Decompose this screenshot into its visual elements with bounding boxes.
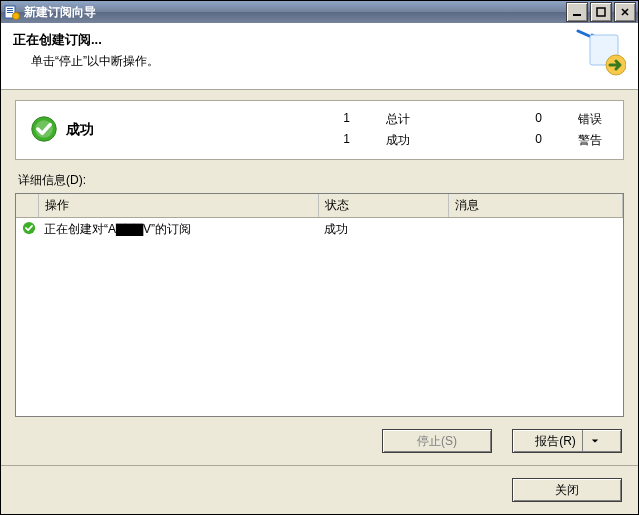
row-success-icon (22, 221, 36, 238)
details-label: 详细信息(D): (18, 172, 624, 189)
warning-label: 警告 (578, 132, 638, 149)
report-button[interactable]: 报告(R) (512, 429, 622, 453)
svg-rect-5 (573, 14, 581, 16)
status-label: 成功 (66, 121, 94, 139)
total-count: 1 (310, 111, 350, 128)
close-button-label: 关闭 (555, 482, 579, 499)
details-table: 操作 状态 消息 (16, 194, 623, 241)
window-controls (566, 2, 636, 22)
page-subtitle: 单击“停止”以中断操作。 (31, 53, 159, 70)
app-icon (4, 4, 20, 20)
row-action: 正在创建对“A▇▇▇V”的订阅 (38, 218, 318, 242)
dialog-button-row: 关闭 (1, 466, 638, 514)
col-action[interactable]: 操作 (38, 194, 318, 218)
close-window-button[interactable] (614, 2, 636, 22)
details-table-wrap: 操作 状态 消息 (15, 193, 624, 417)
window-title: 新建订阅向导 (24, 4, 566, 21)
row-status: 成功 (318, 218, 448, 242)
counts-grid: 1 总计 0 错误 1 成功 0 警告 (310, 111, 638, 149)
col-icon[interactable] (16, 194, 38, 218)
success-count: 1 (310, 132, 350, 149)
svg-rect-6 (597, 8, 605, 16)
maximize-button[interactable] (590, 2, 612, 22)
svg-rect-2 (7, 10, 13, 11)
col-message[interactable]: 消息 (448, 194, 623, 218)
wizard-header: 正在创建订阅... 单击“停止”以中断操作。 (1, 23, 638, 90)
wizard-page-icon (576, 29, 626, 80)
error-count: 0 (482, 111, 542, 128)
row-message (448, 218, 623, 242)
wizard-window: 新建订阅向导 正在创建订阅... 单击“停止”以中断操作。 (0, 0, 639, 515)
svg-point-4 (13, 13, 20, 20)
success-label: 成功 (386, 132, 446, 149)
success-icon (30, 115, 58, 146)
summary-panel: 成功 1 总计 0 错误 1 成功 0 警告 (15, 100, 624, 160)
wizard-button-row: 停止(S) 报告(R) (1, 417, 638, 466)
warning-count: 0 (482, 132, 542, 149)
close-button[interactable]: 关闭 (512, 478, 622, 502)
stop-button[interactable]: 停止(S) (382, 429, 492, 453)
error-label: 错误 (578, 111, 638, 128)
col-status[interactable]: 状态 (318, 194, 448, 218)
total-label: 总计 (386, 111, 446, 128)
stop-button-label: 停止(S) (417, 433, 457, 450)
content-area: 成功 1 总计 0 错误 1 成功 0 警告 详细信息(D): (1, 90, 638, 417)
table-row[interactable]: 正在创建对“A▇▇▇V”的订阅 成功 (16, 218, 623, 242)
report-button-label: 报告(R) (535, 433, 576, 450)
page-title: 正在创建订阅... (13, 31, 159, 49)
titlebar: 新建订阅向导 (1, 1, 638, 23)
minimize-button[interactable] (566, 2, 588, 22)
svg-rect-1 (7, 8, 13, 9)
chevron-down-icon (582, 430, 599, 452)
svg-rect-3 (7, 12, 13, 13)
